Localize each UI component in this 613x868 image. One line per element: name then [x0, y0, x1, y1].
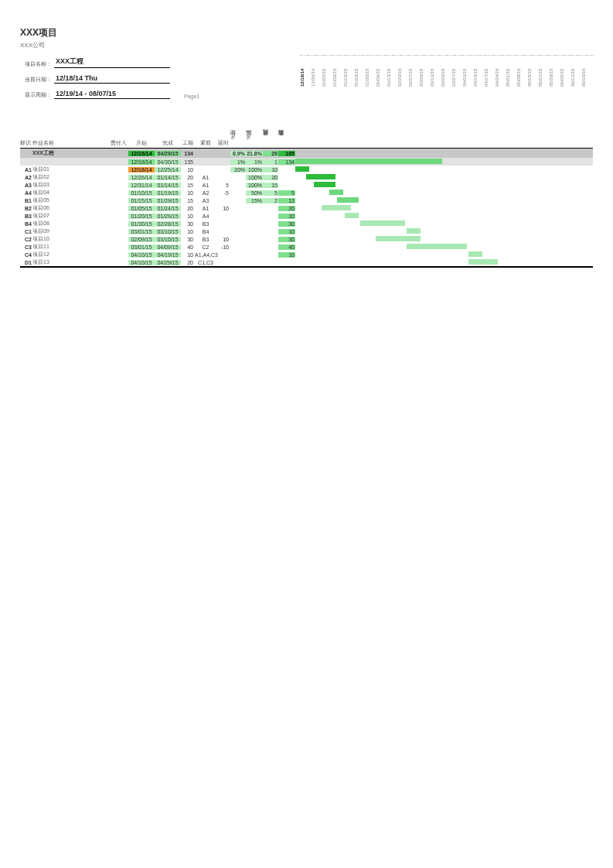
row-dur: 10 — [181, 252, 195, 258]
row-name: 项目02 — [32, 173, 107, 181]
row-end: 01/19/15 — [155, 190, 181, 196]
row-pred: B3 — [195, 221, 216, 227]
row-dly: -5 — [216, 190, 230, 196]
hdr-dur: 工期 — [181, 139, 195, 147]
page-title: XXX项目 — [20, 26, 593, 39]
row-id: B3 — [20, 214, 32, 219]
table-row: B4项目0801/30/1502/28/1530B330 — [20, 220, 593, 227]
row-pred: A1 — [195, 206, 216, 211]
row-days: 2 — [263, 198, 278, 203]
row-rem: 40 — [278, 244, 295, 250]
sum-plan: 0.9% — [230, 151, 246, 156]
gantt-bar — [468, 259, 498, 265]
row-rem: 30 — [278, 237, 295, 242]
vertical-column-labels: 计划% 实际% 完成天数 剩余天数 — [20, 107, 593, 139]
gantt-date: 01/09/15 — [332, 57, 343, 87]
col-act-pct: 实际% — [246, 107, 263, 139]
row-id: A4 — [20, 190, 32, 196]
gantt-date: 01/30/15 — [365, 57, 376, 87]
gantt-date: 12/26/14 — [311, 57, 322, 87]
table-row: C4项目1204/10/1504/19/1510A1,A4,C310 — [20, 251, 593, 258]
gantt-cell — [295, 166, 593, 173]
summary-row-main: XXX工程 12/16/14 04/29/15 134 0.9% 21.8% 2… — [20, 149, 593, 158]
hdr-id: 标识 — [20, 139, 32, 147]
sub-end: 04/30/15 — [155, 159, 181, 165]
sub-rem: 134 — [278, 159, 295, 165]
row-days: 15 — [263, 183, 278, 188]
sum-name: XXX工程 — [32, 149, 107, 157]
page-number: Page1 — [184, 94, 199, 99]
row-end: 12/25/14 — [155, 167, 181, 173]
gantt-date: 01/23/15 — [354, 57, 365, 87]
label-period: 显示周期： — [20, 91, 54, 99]
row-dur: 20 — [181, 175, 195, 180]
table-row: A3项目0312/31/1401/14/1515A15100%15 — [20, 181, 593, 189]
label-project: 项目名称： — [20, 60, 54, 68]
gantt-bar — [295, 166, 309, 172]
sub-days: 1 — [263, 159, 278, 165]
table-bottom-rule — [20, 266, 593, 268]
gantt-date: 06/12/15 — [570, 57, 581, 87]
row-name: 项目07 — [32, 212, 107, 220]
row-end: 01/24/15 — [155, 206, 181, 211]
gantt-cell — [295, 258, 593, 266]
row-dur: 30 — [181, 237, 195, 242]
gantt-bar — [468, 251, 482, 257]
table-row: C2项目1002/09/1503/10/1530B31030 — [20, 235, 593, 243]
row-days: 5 — [263, 190, 278, 196]
row-end: 03/10/15 — [155, 229, 181, 234]
sum-start: 12/16/14 — [128, 151, 155, 156]
hdr-name: 作业名称 — [32, 139, 107, 147]
row-id: A3 — [20, 183, 32, 188]
row-name: 项目06 — [32, 204, 107, 212]
row-id: B1 — [20, 198, 32, 203]
row-end: 01/29/15 — [155, 198, 181, 203]
gantt-bar — [407, 228, 421, 234]
gantt-bar — [360, 220, 405, 226]
sum-act: 21.8% — [246, 151, 263, 156]
table-row: A2项目0212/26/1401/14/1520A1100%20 — [20, 173, 593, 181]
row-name: 项目05 — [32, 196, 107, 204]
gantt-cell — [295, 173, 593, 181]
row-dly: 10 — [216, 206, 230, 211]
table-row: A4项目0401/10/1501/19/1510A2-550%55 — [20, 189, 593, 196]
row-dly: -10 — [216, 244, 230, 250]
gantt-cell — [295, 243, 593, 251]
gantt-date: 05/29/15 — [549, 57, 560, 87]
row-start: 04/10/15 — [128, 252, 155, 258]
row-rem: 10 — [278, 214, 295, 219]
table-row: D1项目1304/10/1504/29/1520C1,C3 — [20, 258, 593, 266]
row-start: 12/16/14 — [128, 167, 155, 173]
row-start: 04/10/15 — [128, 260, 155, 265]
gantt-date: 06/19/15 — [581, 57, 592, 87]
gantt-cell — [295, 220, 593, 227]
table-row: C3项目1103/01/1504/09/1540C2-1040 — [20, 243, 593, 251]
row-id: A2 — [20, 175, 32, 180]
row-rem: 13 — [278, 198, 295, 203]
gantt-bar — [407, 244, 467, 249]
row-name: 项目10 — [32, 235, 107, 243]
row-rem: 20 — [278, 206, 295, 211]
row-end: 04/09/15 — [155, 244, 181, 250]
gantt-bar — [376, 236, 421, 241]
row-end: 01/14/15 — [155, 175, 181, 180]
sum-days: 29 — [263, 151, 278, 156]
gantt-cell — [295, 235, 593, 243]
row-days: 20 — [263, 175, 278, 180]
row-act: 100% — [246, 175, 263, 180]
gantt-date: 03/20/15 — [441, 57, 451, 87]
row-dur: 30 — [181, 221, 195, 227]
row-pred: B4 — [195, 229, 216, 234]
gantt-date: 02/27/15 — [408, 57, 419, 87]
gantt-date: 03/06/15 — [419, 57, 430, 87]
row-rem: 5 — [278, 190, 295, 196]
row-id: D1 — [20, 260, 32, 265]
row-dur: 40 — [181, 244, 195, 250]
row-pred: A2 — [195, 190, 216, 196]
row-pred: A4 — [195, 214, 216, 219]
gantt-date: 04/24/15 — [495, 57, 506, 87]
row-act: 100% — [246, 167, 263, 173]
gantt-bar — [329, 190, 343, 195]
gantt-bar — [322, 205, 351, 210]
sub-dur: 135 — [181, 159, 195, 165]
